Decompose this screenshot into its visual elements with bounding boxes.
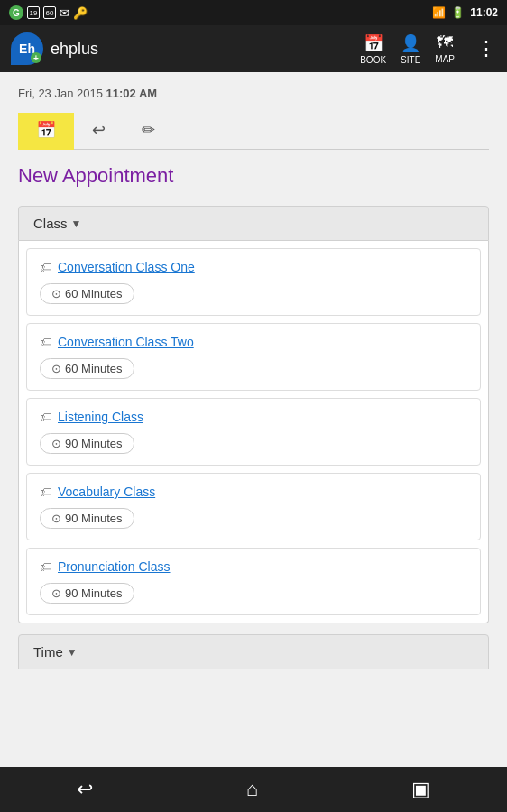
status-time: 11:02 (470, 6, 498, 19)
time-section-header[interactable]: Time ▼ (18, 634, 489, 669)
logo-plus: + (31, 52, 41, 63)
nav-bar: Eh + ehplus 📅 BOOK 👤 SITE 🗺 MAP ⋮ (0, 25, 507, 72)
recent-icon: ▣ (411, 778, 430, 801)
app-icon: G (9, 5, 23, 20)
recent-button[interactable]: ▣ (393, 770, 448, 808)
tag-icon: 🏷 (40, 559, 52, 574)
class-chevron-icon: ▼ (71, 217, 82, 230)
tag-icon: 🏷 (40, 410, 52, 424)
site-icon: 👤 (401, 33, 420, 53)
duration-badge[interactable]: ⊙ 90 Minutes (40, 583, 134, 604)
notif-icon-1: 19 (27, 6, 40, 19)
date-text: Fri, 23 Jan 2015 (18, 87, 103, 100)
nav-logo: Eh + ehplus (11, 32, 360, 65)
duration-text: 60 Minutes (65, 287, 123, 300)
datetime-row: Fri, 23 Jan 2015 11:02 AM (18, 87, 489, 100)
tab-bar: 📅 ↩ ✏ (18, 113, 489, 150)
status-bar-right: 📶 🔋 11:02 (432, 6, 498, 19)
map-icon: 🗺 (437, 33, 453, 52)
tab-edit[interactable]: ✏ (124, 113, 173, 150)
class-section: Class ▼ 🏷 Conversation Class One ⊙ 60 Mi… (18, 206, 489, 623)
clock-icon: ⊙ (51, 512, 61, 525)
list-item[interactable]: 🏷 Listening Class ⊙ 90 Minutes (26, 398, 481, 466)
status-bar: G 19 60 ✉ 🔑 📶 🔋 11:02 (0, 0, 507, 25)
home-button[interactable]: ⌂ (228, 770, 276, 808)
tag-icon: 🏷 (40, 260, 52, 274)
class-section-label: Class (33, 216, 68, 231)
book-icon: 📅 (364, 33, 383, 53)
back-button[interactable]: ↩ (59, 770, 111, 808)
list-item[interactable]: 🏷 Pronunciation Class ⊙ 90 Minutes (26, 548, 481, 615)
time-text: 11:02 AM (106, 87, 158, 100)
class-name-row: 🏷 Conversation Class One (40, 260, 467, 274)
time-section-label: Time (33, 644, 63, 660)
logo-bubble: Eh + (11, 32, 43, 65)
back-icon: ↩ (77, 778, 93, 801)
nav-actions: 📅 BOOK 👤 SITE 🗺 MAP ⋮ (360, 33, 496, 65)
wifi-icon: 📶 (432, 6, 446, 19)
calendar-tab-icon: 📅 (36, 121, 56, 139)
duration-text: 90 Minutes (65, 437, 123, 450)
duration-badge[interactable]: ⊙ 60 Minutes (40, 283, 134, 304)
duration-text: 60 Minutes (65, 362, 123, 375)
duration-text: 90 Minutes (65, 512, 123, 525)
tab-back[interactable]: ↩ (74, 113, 124, 150)
class-name[interactable]: Listening Class (58, 410, 143, 424)
book-label: BOOK (360, 55, 386, 65)
mail-icon: ✉ (60, 6, 69, 20)
edit-tab-icon: ✏ (142, 121, 155, 139)
duration-badge[interactable]: ⊙ 90 Minutes (40, 433, 134, 454)
nav-more-button[interactable]: ⋮ (476, 37, 496, 60)
class-name[interactable]: Vocabulary Class (58, 484, 155, 499)
duration-badge[interactable]: ⊙ 90 Minutes (40, 508, 134, 529)
bottom-nav: ↩ ⌂ ▣ (0, 767, 507, 812)
key-icon: 🔑 (73, 6, 88, 20)
class-name-row: 🏷 Listening Class (40, 410, 467, 424)
list-item[interactable]: 🏷 Conversation Class One ⊙ 60 Minutes (26, 248, 481, 316)
time-section: Time ▼ (18, 634, 489, 669)
class-name[interactable]: Pronunciation Class (58, 559, 171, 574)
page-title: New Appointment (18, 164, 489, 188)
tab-calendar[interactable]: 📅 (18, 113, 74, 150)
back-tab-icon: ↩ (92, 121, 106, 139)
nav-map-button[interactable]: 🗺 MAP (435, 33, 455, 64)
tag-icon: 🏷 (40, 484, 52, 499)
content-area: Fri, 23 Jan 2015 11:02 AM 📅 ↩ ✏ New Appo… (0, 72, 507, 767)
site-label: SITE (401, 55, 420, 65)
class-name[interactable]: Conversation Class Two (58, 335, 194, 349)
class-section-header[interactable]: Class ▼ (18, 206, 489, 241)
app-name: ehplus (51, 40, 98, 59)
clock-icon: ⊙ (51, 287, 61, 300)
clock-icon: ⊙ (51, 586, 61, 600)
clock-icon: ⊙ (51, 362, 61, 375)
class-name-row: 🏷 Conversation Class Two (40, 335, 467, 349)
map-label: MAP (435, 54, 455, 64)
nav-book-button[interactable]: 📅 BOOK (360, 33, 386, 65)
nav-site-button[interactable]: 👤 SITE (401, 33, 420, 65)
class-name-row: 🏷 Pronunciation Class (40, 559, 467, 574)
notif-icon-2: 60 (43, 6, 56, 19)
duration-badge[interactable]: ⊙ 60 Minutes (40, 358, 134, 379)
class-name[interactable]: Conversation Class One (58, 260, 195, 274)
clock-icon: ⊙ (51, 437, 61, 450)
home-icon: ⌂ (246, 778, 258, 801)
status-bar-left: G 19 60 ✉ 🔑 (9, 5, 88, 20)
class-name-row: 🏷 Vocabulary Class (40, 484, 467, 499)
time-chevron-icon: ▼ (67, 646, 78, 659)
list-item[interactable]: 🏷 Vocabulary Class ⊙ 90 Minutes (26, 473, 481, 540)
duration-text: 90 Minutes (65, 586, 123, 600)
class-section-body: 🏷 Conversation Class One ⊙ 60 Minutes 🏷 … (18, 241, 489, 623)
battery-icon: 🔋 (451, 6, 465, 19)
list-item[interactable]: 🏷 Conversation Class Two ⊙ 60 Minutes (26, 323, 481, 391)
tag-icon: 🏷 (40, 335, 52, 349)
